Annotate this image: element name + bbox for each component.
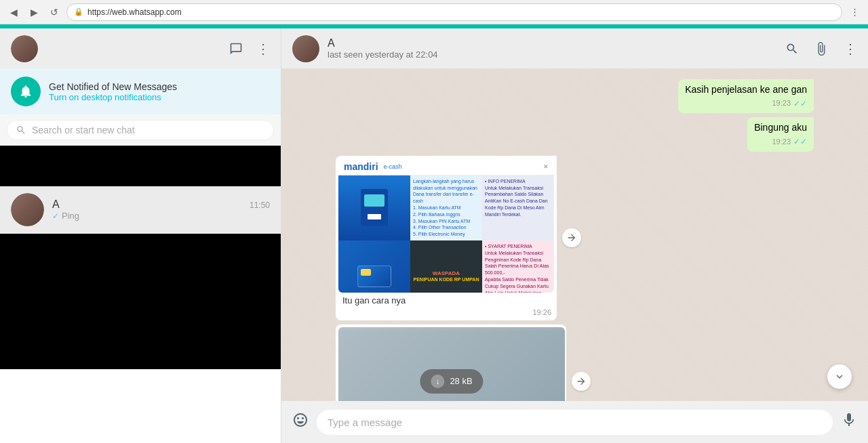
left-header-icons: ⋮ bbox=[229, 41, 270, 57]
bubble-check-1: ✓✓ bbox=[793, 98, 807, 110]
browser-chrome: ◀ ▶ ↺ 🔒 https://web.whatsapp.com ⋮ bbox=[0, 0, 868, 24]
syarat-cell: • SYARAT PENERIMA Untuk Melakukan Transa… bbox=[482, 240, 554, 293]
notification-bar: Get Notified of New Messages Turn on des… bbox=[0, 68, 281, 114]
bubble-sent-2: Bingung aku 19:23 ✓✓ bbox=[747, 117, 814, 151]
right-header: A last seen yesterday at 22:04 ⋮ bbox=[281, 28, 868, 68]
chat-preview-text: Ping bbox=[62, 211, 79, 221]
bubble-check-2: ✓✓ bbox=[793, 136, 807, 148]
card-cell bbox=[338, 240, 410, 293]
steps-cell: Langkah-langkah yang harus dilakukan unt… bbox=[410, 175, 482, 240]
address-bar[interactable]: 🔒 https://web.whatsapp.com bbox=[66, 3, 842, 21]
my-avatar[interactable] bbox=[11, 35, 38, 62]
search-bar bbox=[0, 114, 281, 146]
image-time: 19:26 bbox=[532, 308, 551, 316]
contact-info: A last seen yesterday at 22:04 bbox=[328, 37, 438, 60]
notification-icon bbox=[11, 77, 41, 106]
bubble-text-2: Bingung aku bbox=[754, 122, 807, 133]
message-input[interactable] bbox=[317, 410, 833, 435]
search-input[interactable] bbox=[32, 125, 265, 135]
search-input-wrap bbox=[7, 120, 274, 140]
left-header: ⋮ bbox=[0, 28, 281, 68]
notification-text: Get Notified of New Messages Turn on des… bbox=[49, 81, 270, 102]
msg-image-wrap: mandiri e-cash ✕ bbox=[336, 156, 557, 320]
reload-button[interactable]: ↺ bbox=[46, 4, 62, 20]
mandiri-subtitle: e-cash bbox=[384, 163, 402, 170]
bubble-meta-1: 19:23 ✓✓ bbox=[685, 98, 807, 110]
download-button[interactable]: ↓ 28 kB bbox=[420, 369, 483, 394]
info-receiver-cell: • INFO PENERIMA Untuk Melakukan Transaks… bbox=[482, 175, 554, 240]
waspada-cell: WASPADA PENIPUAN KODE RP UMPAN bbox=[410, 240, 482, 293]
right-header-icons: ⋮ bbox=[785, 41, 857, 57]
atm-cell bbox=[338, 175, 410, 240]
bubble-meta-2: 19:23 ✓✓ bbox=[754, 136, 807, 148]
chat-time-a: 11:50 bbox=[250, 201, 270, 210]
browser-menu-button[interactable]: ⋮ bbox=[846, 4, 863, 20]
messages-area: Kasih penjelasan ke ane gan 19:23 ✓✓ Bin… bbox=[281, 68, 868, 401]
url-text: https://web.whatsapp.com bbox=[87, 7, 182, 17]
check-mark-icon: ✓ bbox=[52, 211, 59, 221]
avatar-image bbox=[11, 35, 38, 62]
msg-row-sent-2: Bingung aku 19:23 ✓✓ bbox=[336, 117, 814, 151]
search-chat-button[interactable] bbox=[785, 42, 799, 56]
mandiri-close: ✕ bbox=[543, 163, 549, 170]
msg-row-image: mandiri e-cash ✕ bbox=[336, 156, 814, 320]
lock-icon: 🔒 bbox=[74, 7, 83, 16]
avatar-a-image bbox=[11, 193, 44, 226]
contact-avatar bbox=[292, 35, 319, 62]
msg-download-wrap: ↓ 28 kB bbox=[336, 324, 566, 401]
download-arrow-icon: ↓ bbox=[431, 375, 444, 388]
chat-item-a[interactable]: A 11:50 ✓ Ping bbox=[0, 186, 281, 234]
mandiri-content-grid: Langkah-langkah yang harus dilakukan unt… bbox=[338, 175, 554, 291]
back-button[interactable]: ◀ bbox=[5, 4, 22, 20]
right-panel: A last seen yesterday at 22:04 ⋮ bbox=[281, 28, 868, 443]
left-menu-button[interactable]: ⋮ bbox=[256, 41, 270, 57]
notification-link[interactable]: Turn on desktop notifications bbox=[49, 92, 270, 102]
emoji-button[interactable] bbox=[292, 412, 309, 432]
chat-avatar-a bbox=[11, 193, 44, 226]
left-panel: ⋮ Get Notified of New Messages Turn on d… bbox=[0, 28, 281, 443]
image-caption: Itu gan cara nya bbox=[338, 293, 554, 308]
new-chat-button[interactable] bbox=[229, 42, 243, 56]
mandiri-logo: mandiri bbox=[344, 161, 378, 172]
mandiri-header: mandiri e-cash ✕ bbox=[338, 159, 554, 175]
msg-row-download: ↓ 28 kB bbox=[336, 324, 814, 401]
image-meta: 19:26 bbox=[338, 308, 554, 318]
mic-button[interactable] bbox=[841, 412, 857, 432]
forward-download-button[interactable] bbox=[572, 372, 591, 391]
contact-name: A bbox=[328, 37, 438, 49]
hidden-chats-block bbox=[0, 234, 281, 369]
input-bar bbox=[281, 401, 868, 443]
chat-menu-button[interactable]: ⋮ bbox=[844, 41, 857, 57]
bubble-text: Kasih penjelasan ke ane gan bbox=[685, 84, 807, 95]
chat-preview-a: ✓ Ping bbox=[52, 211, 270, 221]
chat-top-a: A 11:50 bbox=[52, 198, 270, 211]
download-bubble: ↓ 28 kB bbox=[336, 324, 566, 401]
download-size: 28 kB bbox=[450, 376, 472, 386]
notification-title: Get Notified of New Messages bbox=[49, 81, 270, 92]
download-preview-wrap: ↓ 28 kB bbox=[338, 327, 565, 401]
search-icon bbox=[16, 125, 26, 135]
hidden-chat-block bbox=[0, 146, 281, 186]
bubble-time-2: 19:23 bbox=[772, 137, 791, 147]
attach-button[interactable] bbox=[814, 41, 829, 56]
chat-name-a: A bbox=[52, 198, 60, 211]
scroll-bottom-button[interactable] bbox=[827, 364, 852, 389]
forward-button[interactable]: ▶ bbox=[26, 4, 42, 20]
bubble-time-1: 19:23 bbox=[772, 98, 791, 108]
wa-app: ⋮ Get Notified of New Messages Turn on d… bbox=[0, 28, 868, 443]
right-header-contact[interactable]: A last seen yesterday at 22:04 bbox=[292, 35, 438, 62]
bubble-sent-1: Kasih penjelasan ke ane gan 19:23 ✓✓ bbox=[678, 79, 814, 113]
msg-row-sent-1: Kasih penjelasan ke ane gan 19:23 ✓✓ bbox=[336, 79, 814, 113]
contact-status: last seen yesterday at 22:04 bbox=[328, 49, 438, 60]
chat-list: A 11:50 ✓ Ping bbox=[0, 146, 281, 443]
image-bubble: mandiri e-cash ✕ bbox=[336, 156, 557, 320]
mandiri-image: mandiri e-cash ✕ bbox=[338, 159, 554, 293]
chat-info-a: A 11:50 ✓ Ping bbox=[52, 198, 270, 221]
forward-image-button[interactable] bbox=[562, 228, 581, 247]
